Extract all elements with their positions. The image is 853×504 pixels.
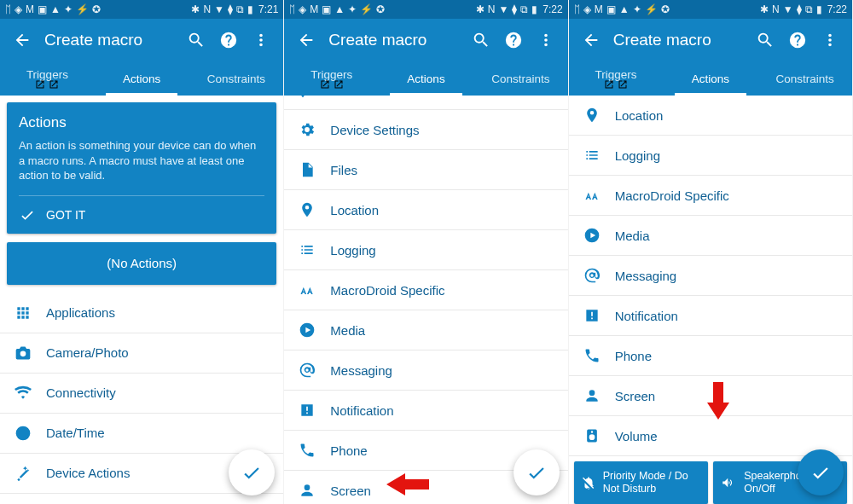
file-icon (298, 160, 316, 179)
overflow-button[interactable] (536, 30, 556, 50)
alert-icon (298, 401, 316, 420)
tab-triggers[interactable]: Triggers (569, 61, 664, 96)
category-device-settings[interactable]: Device Settings (284, 110, 567, 150)
megaphone-icon (720, 473, 737, 492)
category-logging[interactable]: Logging (284, 230, 567, 270)
search-button[interactable] (755, 30, 775, 50)
back-button[interactable] (581, 30, 601, 50)
phone-icon (298, 441, 316, 460)
no-actions-button[interactable]: (No Actions) (7, 242, 276, 285)
category-notification[interactable]: Notification (284, 391, 567, 431)
clock: 7:21 (258, 3, 278, 15)
macro-icon (298, 281, 316, 299)
help-button[interactable] (787, 30, 808, 50)
category-messaging[interactable]: Messaging (569, 256, 852, 296)
play-icon (298, 321, 316, 339)
category-volume[interactable]: Volume (569, 416, 852, 456)
category-date-time[interactable]: Date/Time (0, 414, 283, 454)
speaker-icon (583, 426, 601, 445)
category-logging[interactable]: Logging (569, 136, 852, 176)
play-icon (583, 226, 601, 245)
category-camera[interactable]: Camera/Photo (0, 333, 283, 374)
tab-actions[interactable]: Actions (663, 61, 757, 96)
phone-icon (583, 346, 601, 365)
category-files[interactable]: Files (284, 150, 567, 190)
status-bar: ᛖ◈M▣▲✦⚡✪ ✱N▼⧫⧉▮7:22 (284, 0, 567, 19)
clock: 7:22 (543, 3, 562, 15)
status-left-icons: ᛖ◈M▣▲✦⚡✪ (5, 3, 101, 15)
page-title: Create macro (44, 31, 174, 49)
list-icon (298, 240, 316, 259)
status-bar: ᛖ◈M▣▲✦⚡✪ ✱N▼⧫⧉▮7:22 (569, 0, 852, 19)
back-button[interactable] (296, 30, 316, 50)
tab-constraints[interactable]: Constraints (189, 61, 284, 96)
svg-marker-1 (707, 382, 729, 420)
category-macrodroid[interactable]: MacroDroid Specific (284, 270, 567, 310)
confirm-fab[interactable] (514, 449, 560, 495)
content-area: Device Actions Device Settings Files Loc… (284, 96, 567, 504)
category-media[interactable]: Media (284, 310, 567, 350)
action-priority-mode[interactable]: Priority Mode / Do Not Disturb (574, 461, 708, 504)
alert-icon (583, 306, 601, 325)
search-button[interactable] (471, 30, 491, 50)
apps-icon (14, 304, 32, 322)
page-title: Create macro (328, 31, 458, 49)
gear-icon (298, 120, 316, 139)
tab-constraints[interactable]: Constraints (473, 61, 568, 96)
tab-triggers[interactable]: Triggers (284, 61, 379, 96)
got-it-button[interactable]: GOT IT (19, 196, 264, 234)
category-connectivity[interactable]: Connectivity (0, 374, 283, 414)
page-title: Create macro (613, 31, 743, 49)
screenshot-2: ᛖ◈M▣▲✦⚡✪ ✱N▼⧫⧉▮7:22 Create macro Trigger… (284, 0, 568, 504)
check-icon (241, 461, 263, 484)
camera-icon (14, 344, 32, 362)
help-button[interactable] (218, 30, 239, 50)
app-bar: Create macro Triggers Actions Constraint… (284, 19, 567, 96)
list-icon (583, 146, 601, 165)
status-right-icons: ✱N▼⧫⧉▮ 7:21 (191, 3, 278, 15)
bell-off-icon (581, 473, 596, 492)
check-icon (809, 461, 832, 484)
content-area: Location Logging MacroDroid Specific Med… (569, 96, 852, 504)
card-body: An action is something your device can d… (19, 138, 264, 196)
wand-icon (14, 464, 32, 483)
category-location[interactable]: Location (569, 96, 852, 136)
at-icon (298, 361, 316, 379)
tab-actions[interactable]: Actions (379, 61, 473, 96)
location-icon (298, 200, 316, 219)
category-messaging[interactable]: Messaging (284, 350, 567, 391)
annotation-arrow-icon (705, 382, 731, 420)
tab-actions[interactable]: Actions (95, 61, 189, 96)
content-area: Actions An action is something your devi… (0, 96, 283, 504)
svg-marker-0 (386, 473, 429, 495)
confirm-fab[interactable] (798, 449, 844, 495)
category-notification[interactable]: Notification (569, 296, 852, 336)
clock: 7:22 (827, 3, 847, 15)
app-bar: Create macro Triggers Actions Constraint… (569, 19, 852, 96)
tab-triggers[interactable]: Triggers (0, 61, 95, 96)
wand-icon (298, 96, 316, 99)
help-button[interactable] (503, 30, 524, 50)
category-media[interactable]: Media (569, 216, 852, 256)
search-button[interactable] (186, 30, 206, 50)
tab-constraints[interactable]: Constraints (757, 61, 852, 96)
overflow-button[interactable] (251, 30, 271, 50)
screenshot-1: ᛖ◈M▣▲✦⚡✪ ✱N▼⧫⧉▮ 7:21 Create macro Trigge… (0, 0, 284, 504)
category-device-actions[interactable]: Device Actions (284, 96, 567, 110)
person-icon (298, 481, 316, 500)
annotation-arrow-icon (386, 472, 429, 497)
check-icon (19, 206, 36, 223)
category-location[interactable]: Location (284, 190, 567, 230)
overflow-button[interactable] (820, 30, 840, 50)
at-icon (583, 266, 601, 285)
clock-icon (14, 424, 32, 443)
check-icon (525, 461, 548, 484)
category-device-settings[interactable]: Device Settings (0, 494, 283, 504)
category-applications[interactable]: Applications (0, 293, 283, 333)
location-icon (583, 106, 601, 125)
category-macrodroid[interactable]: MacroDroid Specific (569, 176, 852, 216)
app-bar: Create macro Triggers Actions Constraint… (0, 19, 283, 96)
category-phone[interactable]: Phone (569, 336, 852, 376)
confirm-fab[interactable] (229, 449, 275, 495)
back-button[interactable] (12, 30, 32, 50)
